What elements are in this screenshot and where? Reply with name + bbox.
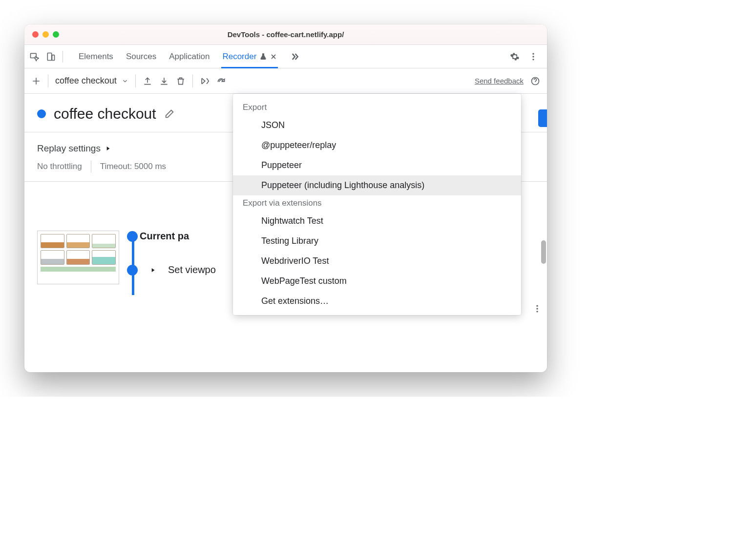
recording-dropdown-label: coffee checkout [55, 76, 117, 86]
minimize-window-button[interactable] [42, 31, 49, 38]
export-menu: Export JSON @puppeteer/replay Puppeteer … [233, 94, 521, 315]
export-option-json[interactable]: JSON [233, 115, 521, 135]
tab-recorder[interactable]: Recorder [222, 45, 277, 68]
separator [91, 161, 91, 172]
recording-status-dot [37, 109, 46, 118]
svg-point-3 [532, 53, 534, 54]
separator [48, 75, 48, 87]
timeline-dot [127, 265, 138, 276]
timeout-value: Timeout: 5000 ms [100, 162, 166, 171]
new-recording-icon[interactable] [31, 76, 41, 86]
export-menu-header: Export [233, 100, 521, 115]
close-window-button[interactable] [32, 31, 39, 38]
caret-right-icon [105, 145, 111, 152]
kebab-menu-icon[interactable] [528, 52, 538, 62]
svg-point-8 [536, 308, 538, 309]
export-option-webpagetest[interactable]: WebPageTest custom [233, 271, 521, 291]
titlebar: DevTools - coffee-cart.netlify.app/ [24, 24, 547, 45]
export-option-puppeteer-lighthouse[interactable]: Puppeteer (including Lighthouse analysis… [233, 175, 521, 195]
timeline-dot [127, 231, 138, 242]
export-option-webdriverio[interactable]: WebdriverIO Test [233, 251, 521, 271]
export-option-nightwatch[interactable]: Nightwatch Test [233, 211, 521, 231]
svg-point-4 [532, 56, 534, 57]
tab-elements[interactable]: Elements [79, 45, 113, 68]
settings-gear-icon[interactable] [510, 52, 520, 62]
window-controls [32, 31, 59, 38]
svg-point-7 [536, 305, 538, 307]
more-tabs-icon[interactable] [290, 52, 299, 62]
svg-rect-2 [52, 55, 55, 60]
throttling-value: No throttling [37, 162, 82, 171]
import-icon[interactable] [159, 76, 169, 86]
help-icon[interactable] [530, 76, 540, 86]
export-extensions-header: Export via extensions [233, 195, 521, 211]
close-tab-icon[interactable] [270, 53, 277, 60]
window-title: DevTools - coffee-cart.netlify.app/ [24, 30, 547, 39]
replay-button[interactable] [538, 109, 547, 127]
export-icon[interactable] [143, 76, 152, 86]
tab-application[interactable]: Application [169, 45, 210, 68]
devtools-window: DevTools - coffee-cart.netlify.app/ Elem… [24, 24, 547, 372]
recorder-toolbar: coffee checkout Send feedback [24, 68, 547, 94]
svg-point-9 [536, 311, 538, 312]
step-over-icon[interactable] [200, 76, 210, 86]
export-option-get-extensions[interactable]: Get extensions… [233, 291, 521, 311]
send-feedback-link[interactable]: Send feedback [475, 77, 524, 85]
separator [63, 51, 63, 63]
maximize-window-button[interactable] [53, 31, 59, 38]
replay-speed-icon[interactable] [216, 76, 226, 86]
recording-title: coffee checkout [54, 106, 156, 122]
tab-sources[interactable]: Sources [126, 45, 156, 68]
recorder-main: coffee checkout Replay settings No throt… [24, 94, 547, 372]
separator [135, 75, 136, 87]
svg-rect-0 [31, 53, 37, 58]
chevron-down-icon [122, 78, 128, 85]
delete-icon[interactable] [176, 76, 186, 86]
recording-dropdown[interactable]: coffee checkout [55, 76, 128, 86]
export-option-puppeteer[interactable]: Puppeteer [233, 155, 521, 175]
caret-right-icon [149, 267, 156, 274]
export-option-testing-library[interactable]: Testing Library [233, 231, 521, 251]
separator [192, 75, 193, 87]
svg-point-5 [532, 59, 534, 60]
svg-rect-1 [47, 53, 51, 60]
edit-pencil-icon[interactable] [164, 108, 175, 119]
step-menu-icon[interactable] [532, 304, 542, 314]
page-thumbnail [37, 231, 119, 284]
export-option-puppeteer-replay[interactable]: @puppeteer/replay [233, 135, 521, 155]
flask-icon [259, 53, 267, 61]
inspect-element-icon[interactable] [29, 52, 39, 62]
device-toolbar-icon[interactable] [46, 52, 56, 62]
scrollbar-thumb[interactable] [541, 240, 546, 264]
panel-tabs-row: Elements Sources Application Recorder [24, 45, 547, 68]
